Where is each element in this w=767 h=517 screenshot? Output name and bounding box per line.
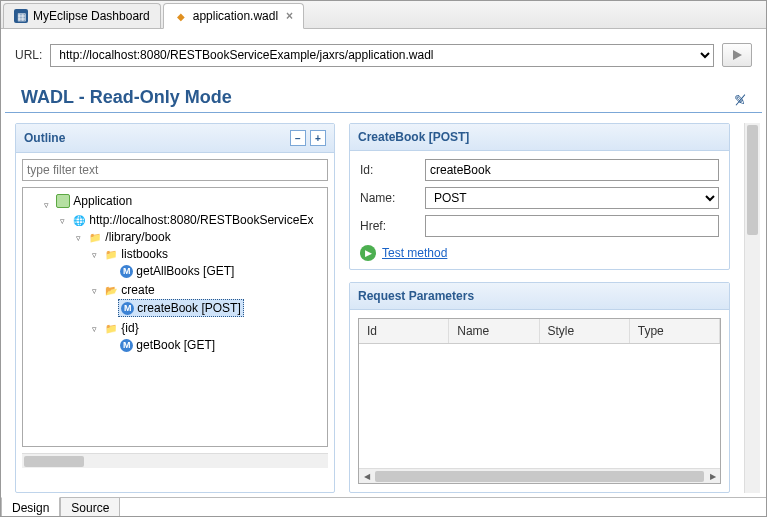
- tab-wadl-label: application.wadl: [193, 9, 278, 23]
- col-style[interactable]: Style: [540, 319, 630, 343]
- tree-node-getbook[interactable]: M getBook [GET]: [118, 337, 217, 353]
- page-title: WADL - Read-Only Mode: [21, 87, 232, 108]
- run-icon: ▶: [360, 245, 376, 261]
- expand-toggle[interactable]: ▿: [41, 200, 51, 210]
- folder-icon: 📁: [104, 321, 118, 335]
- method-icon: M: [121, 302, 134, 315]
- tree-node-create[interactable]: 📂 create: [102, 282, 156, 298]
- outline-title: Outline: [24, 131, 65, 145]
- wadl-header: WADL - Read-Only Mode ✎̸: [5, 73, 762, 113]
- url-input[interactable]: http://localhost:8080/RESTBookServiceExa…: [50, 44, 714, 67]
- id-label: Id:: [360, 163, 415, 177]
- name-label: Name:: [360, 191, 415, 205]
- col-name[interactable]: Name: [449, 319, 539, 343]
- readonly-icon: ✎̸: [734, 92, 746, 108]
- url-label: URL:: [15, 48, 42, 62]
- folder-icon: 📁: [104, 247, 118, 261]
- outline-tree[interactable]: ▿ Application ▿ 🌐 http://localhost:8080/…: [22, 187, 328, 447]
- params-scrollbar-horizontal[interactable]: ◀ ▶: [359, 468, 720, 483]
- tree-node-listbooks[interactable]: 📁 listbooks: [102, 246, 170, 262]
- bottom-tabs: Design Source: [1, 497, 766, 517]
- method-icon: M: [120, 339, 133, 352]
- wadl-file-icon: ◆: [174, 9, 188, 23]
- close-icon[interactable]: ×: [286, 9, 293, 23]
- tab-source[interactable]: Source: [60, 498, 120, 517]
- name-select[interactable]: POST: [425, 187, 719, 209]
- editor-tabs: ▦ MyEclipse Dashboard ◆ application.wadl…: [1, 1, 766, 29]
- folder-open-icon: 📂: [104, 283, 118, 297]
- tree-node-id[interactable]: 📁 {id}: [102, 320, 140, 336]
- tab-design[interactable]: Design: [1, 497, 60, 517]
- expand-toggle[interactable]: ▿: [73, 233, 83, 243]
- tree-node-createbook[interactable]: M createBook [POST]: [118, 299, 243, 317]
- tab-dashboard[interactable]: ▦ MyEclipse Dashboard: [3, 3, 161, 28]
- tree-node-getallbooks[interactable]: M getAllBooks [GET]: [118, 263, 236, 279]
- go-button[interactable]: [722, 43, 752, 67]
- svg-marker-0: [733, 50, 742, 60]
- request-params-heading: Request Parameters: [350, 283, 729, 310]
- globe-icon: 🌐: [72, 213, 86, 227]
- scroll-right-icon[interactable]: ▶: [705, 469, 720, 484]
- request-params-panel: Request Parameters Id Name Style Type ◀ …: [349, 282, 730, 493]
- params-table-header: Id Name Style Type: [359, 319, 720, 344]
- folder-icon: 📁: [88, 230, 102, 244]
- test-method-link[interactable]: Test method: [382, 246, 447, 260]
- tree-node-application[interactable]: Application: [54, 193, 134, 209]
- expand-toggle[interactable]: ▿: [89, 324, 99, 334]
- href-label: Href:: [360, 219, 415, 233]
- expand-toggle[interactable]: ▿: [57, 216, 67, 226]
- play-icon: [731, 49, 743, 61]
- scrollbar-vertical[interactable]: [744, 123, 760, 493]
- expand-toggle[interactable]: ▿: [89, 286, 99, 296]
- tab-dashboard-label: MyEclipse Dashboard: [33, 9, 150, 23]
- col-type[interactable]: Type: [630, 319, 720, 343]
- params-table-body: [359, 344, 720, 468]
- tree-node-host[interactable]: 🌐 http://localhost:8080/RESTBookServiceE…: [70, 212, 315, 228]
- col-id[interactable]: Id: [359, 319, 449, 343]
- grid-icon: ▦: [14, 9, 28, 23]
- id-field[interactable]: [425, 159, 719, 181]
- expand-toggle[interactable]: ▿: [89, 250, 99, 260]
- filter-input[interactable]: [22, 159, 328, 181]
- tree-node-path[interactable]: 📁 /library/book: [86, 229, 172, 245]
- params-table: Id Name Style Type ◀ ▶: [358, 318, 721, 484]
- method-icon: M: [120, 265, 133, 278]
- href-field[interactable]: [425, 215, 719, 237]
- scroll-left-icon[interactable]: ◀: [359, 469, 374, 484]
- detail-heading: CreateBook [POST]: [350, 124, 729, 151]
- collapse-all-button[interactable]: −: [290, 130, 306, 146]
- detail-panel: CreateBook [POST] Id: Name: POST Href: ▶…: [349, 123, 730, 270]
- expand-all-button[interactable]: +: [310, 130, 326, 146]
- outline-panel: Outline − + ▿ Application: [15, 123, 335, 493]
- tree-scrollbar-horizontal[interactable]: [22, 453, 328, 468]
- application-icon: [56, 194, 70, 208]
- url-bar: URL: http://localhost:8080/RESTBookServi…: [1, 29, 766, 73]
- tab-application-wadl[interactable]: ◆ application.wadl ×: [163, 3, 304, 29]
